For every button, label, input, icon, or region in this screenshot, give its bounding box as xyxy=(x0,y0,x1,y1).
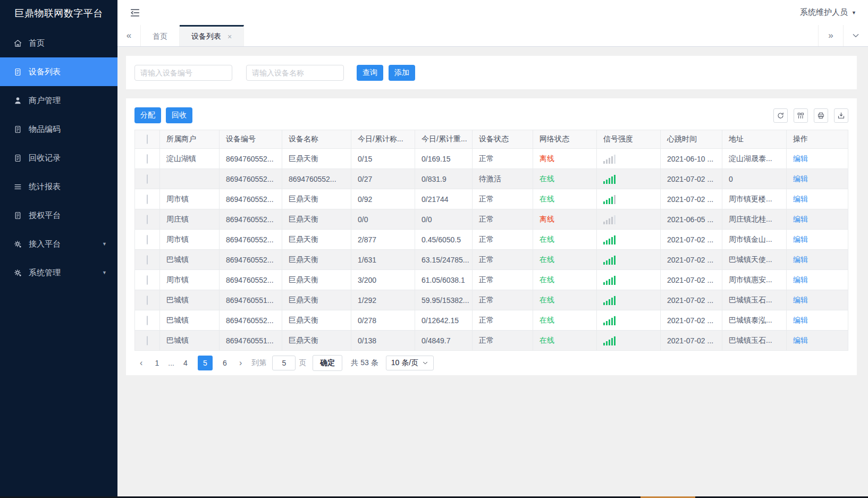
sidebar-item-stat-report[interactable]: 统计报表 xyxy=(0,172,117,201)
cell-today-weight: 0/0 xyxy=(415,209,473,230)
row-checkbox[interactable] xyxy=(147,195,148,204)
page-number-6[interactable]: 6 xyxy=(219,359,231,367)
goto-page-input[interactable] xyxy=(272,356,296,370)
row-checkbox[interactable] xyxy=(147,235,148,244)
cell-heartbeat: 2021-06-05 ... xyxy=(661,209,722,230)
tab-label: 设备列表 xyxy=(191,32,221,41)
row-checkbox-cell xyxy=(135,310,160,331)
edit-link[interactable]: 编辑 xyxy=(793,195,808,203)
page-size-select[interactable]: 10 条/页 xyxy=(386,356,434,370)
cell-network-status: 在线 xyxy=(533,230,597,250)
export-button[interactable] xyxy=(834,108,848,123)
sidebar-item-device-list[interactable]: 设备列表 xyxy=(0,57,117,86)
table-row: 巴城镇8694760551...巨鼎天衡0/1380/4849.7正常在线202… xyxy=(135,331,848,351)
assign-button[interactable]: 分配 xyxy=(134,107,161,123)
signal-bars-icon xyxy=(603,154,654,164)
row-checkbox[interactable] xyxy=(147,275,148,285)
content: 查询 添加 分配 回收 所属商户设备编号设备名称今日/累计称...今日/累计重.… xyxy=(117,47,868,498)
cell-signal xyxy=(597,230,661,250)
refresh-button[interactable] xyxy=(773,108,788,123)
cell-heartbeat: 2021-07-02 ... xyxy=(661,169,722,189)
cell-heartbeat: 2021-07-02 ... xyxy=(661,270,722,290)
device-no-input[interactable] xyxy=(134,65,232,81)
user-menu[interactable]: 系统维护人员 ▼ xyxy=(800,7,856,18)
signal-bars-icon xyxy=(603,255,654,265)
row-checkbox[interactable] xyxy=(147,296,148,305)
sidebar-item-label: 接入平台 xyxy=(29,239,61,249)
columns-button[interactable] xyxy=(794,108,808,123)
page-number-1[interactable]: 1 xyxy=(151,359,163,367)
cell-device-no: 8694760552... xyxy=(220,250,282,270)
column-header-1: 设备编号 xyxy=(220,130,282,149)
sidebar-item-recycle-record[interactable]: 回收记录 xyxy=(0,144,117,172)
app-title: 巨鼎物联网数字平台 xyxy=(0,0,117,27)
cell-today-count: 0/278 xyxy=(351,310,415,331)
tab-bar-actions: » xyxy=(818,25,868,46)
cell-actions: 编辑 xyxy=(787,209,848,230)
device-name-input[interactable] xyxy=(246,65,344,81)
row-checkbox[interactable] xyxy=(147,174,148,184)
edit-link[interactable]: 编辑 xyxy=(793,154,808,163)
tab-home[interactable]: 首页 xyxy=(141,25,180,46)
page-number-4[interactable]: 4 xyxy=(180,359,191,367)
row-checkbox[interactable] xyxy=(147,255,148,265)
row-checkbox[interactable] xyxy=(147,154,148,164)
cell-address: 巴城镇天使... xyxy=(722,250,787,270)
cell-signal xyxy=(597,290,661,310)
sidebar-item-access-platform[interactable]: 接入平台▼ xyxy=(0,230,117,258)
row-checkbox[interactable] xyxy=(147,336,148,345)
tab-device-list[interactable]: 设备列表× xyxy=(180,25,244,46)
sidebar-menu: 首页设备列表商户管理物品编码回收记录统计报表授权平台接入平台▼系统管理▼ xyxy=(0,29,117,287)
table-row: 周市镇8694760552...巨鼎天衡2/8770.45/6050.5正常在线… xyxy=(135,230,848,250)
tabs-scroll-right-icon[interactable]: » xyxy=(818,25,843,46)
signal-bars-icon xyxy=(603,235,654,244)
sidebar-item-home[interactable]: 首页 xyxy=(0,29,117,57)
edit-link[interactable]: 编辑 xyxy=(793,235,808,243)
cell-heartbeat: 2021-07-02 ... xyxy=(661,331,722,351)
edit-link[interactable]: 编辑 xyxy=(793,174,808,183)
cell-today-weight: 63.15/24785... xyxy=(415,250,473,270)
page-prev-icon[interactable]: ‹ xyxy=(140,358,142,368)
add-button[interactable]: 添加 xyxy=(389,65,415,81)
column-header-2: 设备名称 xyxy=(282,130,351,149)
select-all-checkbox[interactable] xyxy=(147,134,148,144)
signal-bars-icon xyxy=(603,316,654,325)
print-button[interactable] xyxy=(814,108,828,123)
sidebar-item-label: 统计报表 xyxy=(29,182,61,192)
table-row: 巴城镇8694760552...巨鼎天衡0/2780/12642.15正常在线2… xyxy=(135,310,848,331)
menu-fold-icon[interactable] xyxy=(129,7,141,19)
cell-heartbeat: 2021-06-10 ... xyxy=(661,149,722,169)
recycle-button[interactable]: 回收 xyxy=(166,107,192,123)
edit-link[interactable]: 编辑 xyxy=(793,336,808,344)
row-checkbox-cell xyxy=(135,331,160,351)
cell-signal xyxy=(597,189,661,209)
cell-device-name: 巨鼎天衡 xyxy=(282,209,351,230)
edit-link[interactable]: 编辑 xyxy=(793,215,808,223)
edit-link[interactable]: 编辑 xyxy=(793,316,808,324)
gear-icon xyxy=(13,268,22,277)
row-checkbox[interactable] xyxy=(147,316,148,325)
sidebar-item-auth-platform[interactable]: 授权平台 xyxy=(0,201,117,230)
tabs-menu-icon[interactable] xyxy=(843,25,868,46)
sidebar: 巨鼎物联网数字平台 首页设备列表商户管理物品编码回收记录统计报表授权平台接入平台… xyxy=(0,0,117,498)
cell-address: 周庄镇北桂... xyxy=(722,209,787,230)
list-icon xyxy=(13,182,22,191)
cell-merchant: 巴城镇 xyxy=(160,250,220,270)
close-icon[interactable]: × xyxy=(227,32,232,41)
edit-link[interactable]: 编辑 xyxy=(793,296,808,304)
row-checkbox[interactable] xyxy=(147,215,148,224)
cell-actions: 编辑 xyxy=(787,310,848,331)
sidebar-item-system-mgmt[interactable]: 系统管理▼ xyxy=(0,258,117,287)
edit-link[interactable]: 编辑 xyxy=(793,275,808,284)
edit-link[interactable]: 编辑 xyxy=(793,255,808,264)
query-button[interactable]: 查询 xyxy=(357,65,383,81)
page-number-5[interactable]: 5 xyxy=(198,356,213,370)
goto-confirm-button[interactable]: 确定 xyxy=(313,355,342,371)
sidebar-item-item-code[interactable]: 物品编码 xyxy=(0,115,117,144)
topbar: 系统维护人员 ▼ xyxy=(117,0,868,25)
cell-today-weight: 59.95/15382... xyxy=(415,290,473,310)
tabs-scroll-left-icon[interactable]: « xyxy=(117,25,141,46)
sidebar-item-merchant-mgmt[interactable]: 商户管理 xyxy=(0,86,117,115)
page-next-icon[interactable]: › xyxy=(239,358,242,368)
cell-merchant: 周市镇 xyxy=(160,230,220,250)
